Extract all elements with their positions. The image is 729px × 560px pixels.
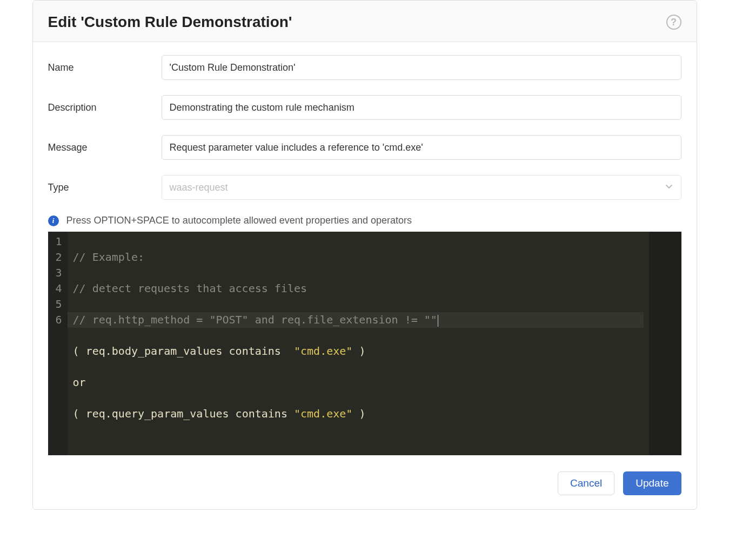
type-select[interactable]: waas-request [162,175,681,200]
modal-header: Edit 'Custom Rule Demonstration' ? [33,1,697,42]
hint-row: i Press OPTION+SPACE to autocomplete all… [48,215,681,226]
name-input[interactable] [162,55,681,80]
update-button[interactable]: Update [623,471,681,495]
row-type: Type waas-request [48,175,681,200]
code-line: ( req.query_param_values contains "cmd.e… [73,406,644,422]
row-name: Name [48,55,681,80]
row-description: Description [48,95,681,120]
edit-rule-modal: Edit 'Custom Rule Demonstration' ? Name … [32,0,697,510]
help-icon[interactable]: ? [666,15,681,30]
line-number: 4 [56,281,62,296]
info-icon: i [48,215,59,226]
modal-footer: Cancel Update [33,460,697,509]
description-input[interactable] [162,95,681,120]
code-gutter: 1 2 3 4 5 6 [48,232,68,455]
row-message: Message [48,135,681,160]
label-message: Message [48,142,162,153]
line-number: 2 [56,249,62,265]
code-line: // Example: [73,249,644,265]
modal-title: Edit 'Custom Rule Demonstration' [48,14,292,31]
chevron-down-icon [665,182,673,193]
cancel-button[interactable]: Cancel [558,471,614,495]
type-select-value: waas-request [170,182,228,193]
code-line: // detect requests that access files [73,281,644,296]
code-line: ( req.body_param_values contains "cmd.ex… [73,343,644,359]
line-number: 6 [56,312,62,328]
code-editor[interactable]: 1 2 3 4 5 6 // Example: // detect reques… [48,232,681,455]
code-line: // req.http_method = "POST" and req.file… [68,312,644,328]
label-name: Name [48,62,162,73]
modal-body: Name Description Message Type waas-reque… [33,42,697,460]
code-line: or [73,375,644,390]
label-description: Description [48,102,162,113]
line-number: 5 [56,296,62,312]
label-type: Type [48,182,162,193]
cursor [438,315,438,327]
line-number: 3 [56,265,62,281]
code-lines[interactable]: // Example: // detect requests that acce… [68,232,649,455]
line-number: 1 [56,234,62,249]
hint-text: Press OPTION+SPACE to autocomplete allow… [66,215,412,226]
message-input[interactable] [162,135,681,160]
